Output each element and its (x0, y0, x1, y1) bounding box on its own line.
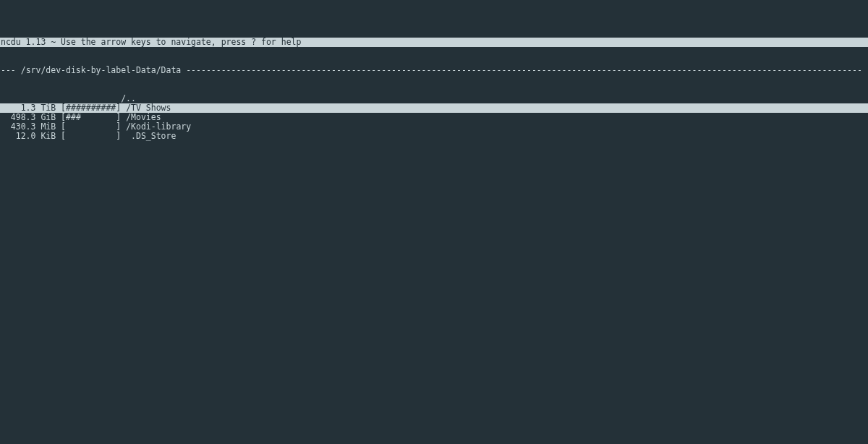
file-name: /Movies (126, 112, 161, 122)
file-name: /TV Shows (126, 103, 171, 113)
path-bar: --- /srv/dev-disk-by-label-Data/Data ---… (0, 66, 868, 75)
file-size: 498.3 GiB (1, 112, 56, 122)
file-name: /.. (121, 93, 136, 103)
header-text: ncdu 1.13 ~ Use the arrow keys to naviga… (1, 37, 301, 47)
file-name: /Kodi-library (126, 121, 191, 132)
path-dir: /srv/dev-disk-by-label-Data/Data (21, 66, 182, 75)
size-bar: [ ] (61, 131, 121, 141)
file-size: 12.0 KiB (1, 131, 56, 141)
size-bar: [##########] (61, 103, 121, 113)
file-name: .DS_Store (126, 131, 176, 141)
file-size: 1.3 TiB (1, 103, 56, 113)
header-bar: ncdu 1.13 ~ Use the arrow keys to naviga… (0, 38, 868, 47)
list-item[interactable]: 12.0 KiB [ ] .DS_Store (0, 132, 868, 141)
path-dash-fill: ----------------------------------------… (181, 66, 862, 75)
file-list[interactable]: /.. 1.3 TiB [##########] /TV Shows 498.3… (0, 94, 868, 444)
size-bar: [ ] (61, 121, 121, 132)
path-prefix: --- (1, 66, 21, 75)
size-bar: [### ] (61, 112, 121, 122)
file-size: 430.3 MiB (1, 121, 56, 132)
